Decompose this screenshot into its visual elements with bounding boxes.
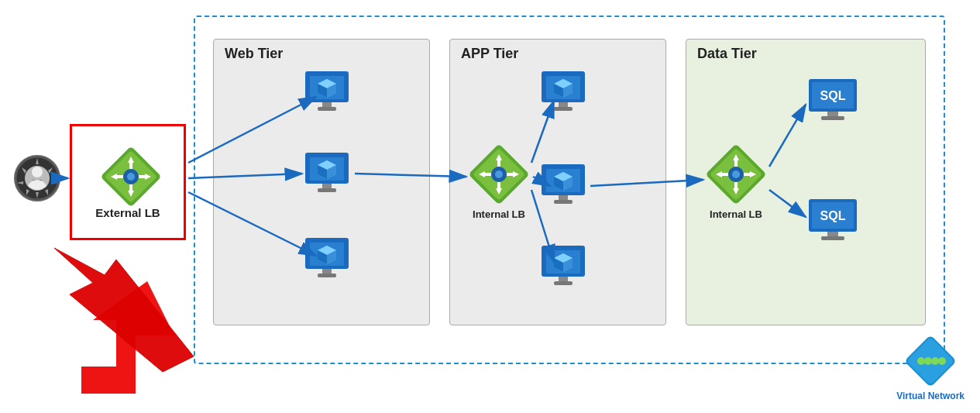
svg-rect-104: [827, 232, 838, 236]
virtual-network-label: Virtual Network: [896, 391, 965, 401]
internal-lb-data-label: Internal LB: [710, 208, 762, 220]
svg-point-123: [917, 357, 925, 365]
svg-rect-46: [322, 269, 332, 274]
svg-point-95: [732, 170, 740, 178]
svg-rect-15: [129, 163, 132, 169]
data-tier-label: Data Tier: [697, 46, 757, 62]
svg-text:SQL: SQL: [820, 89, 846, 102]
diagram-container: Web Tier APP Tier Data Tier: [0, 0, 980, 413]
app-tier-label: APP Tier: [461, 46, 518, 62]
app-monitor-3: [538, 244, 588, 289]
red-pointer-arrow: [39, 232, 240, 387]
svg-rect-19: [117, 175, 123, 178]
svg-text:SQL: SQL: [820, 209, 846, 222]
svg-rect-89: [734, 182, 738, 188]
svg-point-11: [32, 167, 43, 177]
virtual-network-icon: Virtual Network: [896, 336, 965, 401]
web-tier-label: Web Tier: [225, 46, 283, 62]
svg-point-124: [924, 357, 932, 365]
app-monitor-2: [538, 163, 588, 208]
svg-rect-91: [722, 173, 728, 176]
svg-rect-51: [497, 160, 500, 167]
svg-point-125: [931, 357, 939, 365]
svg-rect-83: [554, 281, 573, 285]
internal-lb-app-label: Internal LB: [473, 208, 525, 220]
svg-rect-39: [318, 188, 336, 192]
web-monitor-2: [302, 151, 352, 196]
svg-rect-66: [559, 102, 568, 107]
external-lb-label: External LB: [95, 206, 160, 219]
svg-rect-99: [827, 112, 838, 116]
user-circle: [14, 155, 60, 201]
svg-rect-67: [554, 107, 573, 111]
internal-lb-data: Internal LB: [705, 143, 767, 220]
svg-rect-17: [129, 184, 132, 191]
external-lb-box: External LB: [70, 124, 186, 240]
svg-rect-30: [322, 102, 332, 107]
sql-monitor-2: SQL: [806, 198, 860, 243]
svg-point-126: [938, 357, 946, 365]
svg-rect-87: [734, 160, 738, 167]
svg-rect-53: [497, 182, 500, 188]
svg-rect-75: [554, 200, 573, 204]
svg-point-23: [127, 173, 135, 181]
app-monitor-1: [538, 70, 588, 115]
svg-rect-55: [485, 173, 491, 176]
sql-monitor-1: SQL: [806, 77, 860, 122]
svg-rect-21: [139, 175, 145, 178]
user-icon: [14, 155, 60, 201]
svg-rect-31: [318, 107, 336, 111]
web-monitor-3: [302, 236, 352, 281]
web-monitor-1: [302, 70, 352, 115]
svg-point-59: [495, 170, 503, 178]
svg-rect-93: [744, 173, 750, 176]
svg-rect-82: [559, 277, 568, 281]
internal-lb-app: Internal LB: [468, 143, 530, 220]
svg-rect-100: [821, 116, 844, 120]
external-lb-icon: [100, 146, 156, 201]
svg-rect-38: [322, 184, 332, 188]
svg-rect-47: [318, 274, 336, 277]
svg-rect-57: [507, 173, 513, 176]
svg-rect-74: [559, 195, 568, 200]
svg-marker-120: [54, 248, 194, 372]
svg-rect-105: [821, 236, 844, 240]
